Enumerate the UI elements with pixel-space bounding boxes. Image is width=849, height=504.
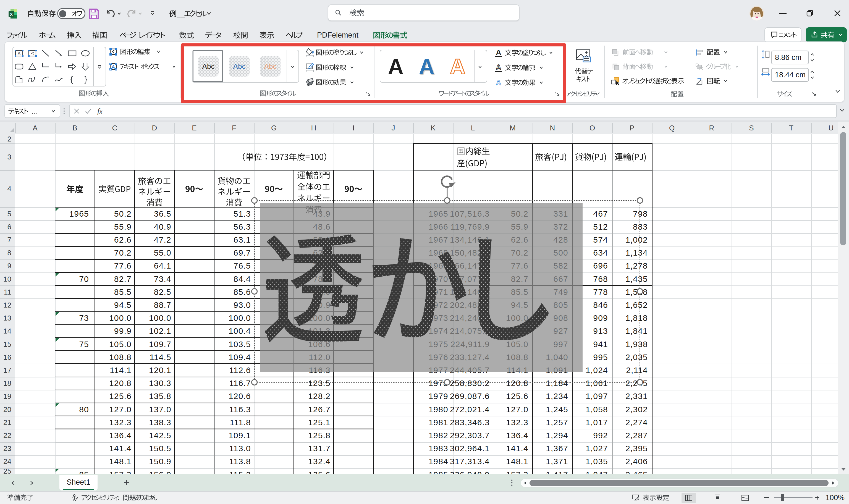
svg-text:A: A: [30, 52, 35, 55]
svg-text:A: A: [17, 51, 21, 56]
svg-text:X: X: [10, 12, 13, 17]
svg-text:A: A: [112, 65, 115, 70]
